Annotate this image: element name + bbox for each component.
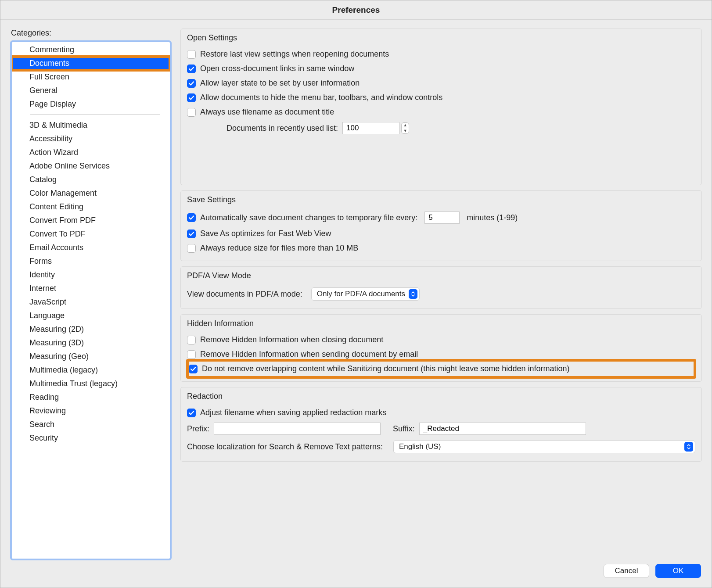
stepper-arrows-icon[interactable]: ▲▼ <box>401 122 409 134</box>
category-item[interactable]: Search <box>12 418 170 431</box>
prefix-suffix-row: Prefix: Suffix: <box>187 420 695 437</box>
autosave-label-post: minutes (1-99) <box>467 213 518 222</box>
category-item[interactable]: Color Management <box>12 186 170 200</box>
category-item[interactable]: Security <box>12 431 170 445</box>
window-title: Preferences <box>0 0 712 20</box>
category-item[interactable]: Page Display <box>12 97 170 111</box>
localization-row: Choose localization for Search & Remove … <box>187 437 695 456</box>
categories-list[interactable]: CommentingDocumentsFull ScreenGeneralPag… <box>10 40 172 560</box>
layer-state-row: Allow layer state to be set by user info… <box>187 76 695 90</box>
category-item[interactable]: Content Editing <box>12 200 170 214</box>
select-arrows-icon <box>409 289 417 299</box>
category-item[interactable]: Reviewing <box>12 404 170 418</box>
checkbox-label: Adjust filename when saving applied reda… <box>200 408 386 417</box>
checkbox-label: Always reduce size for files more than 1… <box>200 244 358 253</box>
checkbox-label: Save As optimizes for Fast Web View <box>200 229 331 238</box>
recent-input[interactable] <box>342 122 399 134</box>
filename-title-row: Always use filename as document title <box>187 105 695 119</box>
section-title: Redaction <box>181 387 701 403</box>
category-item[interactable]: Email Accounts <box>12 241 170 255</box>
pdfa-section: PDF/A View Mode View documents in PDF/A … <box>180 266 702 309</box>
category-item[interactable]: Measuring (2D) <box>12 323 170 336</box>
category-item[interactable]: Reading <box>12 391 170 404</box>
content-area: Categories: CommentingDocumentsFull Scre… <box>0 20 712 560</box>
prefix-input[interactable] <box>214 423 381 435</box>
checkbox-label: Allow documents to hide the menu bar, to… <box>200 93 442 102</box>
category-item[interactable]: Forms <box>12 255 170 268</box>
category-item[interactable]: Accessibility <box>12 132 170 146</box>
section-title: Hidden Information <box>181 315 701 330</box>
select-arrows-icon <box>684 442 693 452</box>
category-item[interactable]: Language <box>12 309 170 323</box>
category-item[interactable]: Action Wizard <box>12 146 170 159</box>
category-item[interactable]: 3D & Multimedia <box>12 118 170 132</box>
fast-web-row: Save As optimizes for Fast Web View <box>187 226 695 241</box>
remove-closing-checkbox[interactable] <box>187 336 196 344</box>
autosave-label-pre: Automatically save document changes to t… <box>200 213 417 222</box>
category-item[interactable]: Multimedia (legacy) <box>12 363 170 377</box>
category-item[interactable]: JavaScript <box>12 295 170 309</box>
category-item[interactable]: Measuring (3D) <box>12 336 170 350</box>
cross-links-row: Open cross-document links in same window <box>187 61 695 76</box>
category-item[interactable]: Measuring (Geo) <box>12 350 170 363</box>
select-value: Only for PDF/A documents <box>317 290 405 298</box>
category-item[interactable]: Documents <box>12 57 170 70</box>
redaction-section: Redaction Adjust filename when saving ap… <box>180 387 702 462</box>
layer-state-checkbox[interactable] <box>187 79 196 88</box>
autosave-minutes-input[interactable] <box>424 212 460 224</box>
overlap-row-highlighted: Do not remove overlapping content while … <box>186 359 696 379</box>
autosave-checkbox[interactable] <box>187 213 196 222</box>
category-item[interactable]: Identity <box>12 268 170 282</box>
ok-button[interactable]: OK <box>655 564 701 578</box>
localization-label: Choose localization for Search & Remove … <box>187 442 383 452</box>
categories-label: Categories: <box>10 29 172 38</box>
category-item[interactable]: Catalog <box>12 173 170 186</box>
checkbox-label: Do not remove overlapping content while … <box>202 364 569 373</box>
filename-title-checkbox[interactable] <box>187 108 196 117</box>
checkbox-label: Remove Hidden Information when closing d… <box>200 335 383 344</box>
category-item[interactable]: Internet <box>12 282 170 295</box>
category-item[interactable]: Convert From PDF <box>12 214 170 227</box>
settings-panel: Open Settings Restore last view settings… <box>180 29 702 560</box>
section-title: Open Settings <box>181 29 701 44</box>
category-separator <box>30 115 160 115</box>
recent-stepper[interactable]: ▲▼ <box>342 122 409 134</box>
section-title: Save Settings <box>181 191 701 206</box>
restore-last-view-checkbox[interactable] <box>187 50 196 59</box>
recent-label: Documents in recently used list: <box>227 124 338 133</box>
suffix-input[interactable] <box>419 423 586 435</box>
category-item[interactable]: Convert To PDF <box>12 227 170 241</box>
dialog-footer: Cancel OK <box>0 560 712 588</box>
sidebar: Categories: CommentingDocumentsFull Scre… <box>10 29 172 560</box>
preferences-window: Preferences Categories: CommentingDocume… <box>0 0 712 588</box>
fast-web-checkbox[interactable] <box>187 229 196 238</box>
hide-menu-checkbox[interactable] <box>187 93 196 102</box>
category-item[interactable]: General <box>12 84 170 97</box>
hidden-info-section: Hidden Information Remove Hidden Informa… <box>180 314 702 382</box>
checkbox-label: Open cross-document links in same window <box>200 64 354 73</box>
pdfa-mode-select[interactable]: Only for PDF/A documents <box>311 287 420 301</box>
recent-list-row: Documents in recently used list: ▲▼ <box>187 119 695 137</box>
cross-links-checkbox[interactable] <box>187 65 196 73</box>
category-item[interactable]: Full Screen <box>12 70 170 84</box>
category-item[interactable]: Commenting <box>12 43 170 57</box>
prefix-label: Prefix: <box>187 424 209 434</box>
restore-last-view-row: Restore last view settings when reopenin… <box>187 47 695 61</box>
reduce-size-checkbox[interactable] <box>187 244 196 253</box>
pdfa-row: View documents in PDF/A mode: Only for P… <box>187 285 695 303</box>
adjust-filename-checkbox[interactable] <box>187 409 196 417</box>
cancel-button[interactable]: Cancel <box>604 564 649 578</box>
select-value: English (US) <box>399 442 441 451</box>
adjust-filename-row: Adjust filename when saving applied reda… <box>187 405 695 420</box>
autosave-row: Automatically save document changes to t… <box>187 209 695 226</box>
localization-select[interactable]: English (US) <box>393 440 695 453</box>
remove-email-checkbox[interactable] <box>187 350 196 359</box>
open-settings-section: Open Settings Restore last view settings… <box>180 29 702 185</box>
remove-closing-row: Remove Hidden Information when closing d… <box>187 333 695 347</box>
category-item[interactable]: Adobe Online Services <box>12 159 170 173</box>
hide-menu-row: Allow documents to hide the menu bar, to… <box>187 90 695 105</box>
checkbox-label: Always use filename as document title <box>200 108 334 117</box>
section-title: PDF/A View Mode <box>181 267 701 282</box>
overlap-checkbox[interactable] <box>189 365 198 373</box>
category-item[interactable]: Multimedia Trust (legacy) <box>12 377 170 391</box>
